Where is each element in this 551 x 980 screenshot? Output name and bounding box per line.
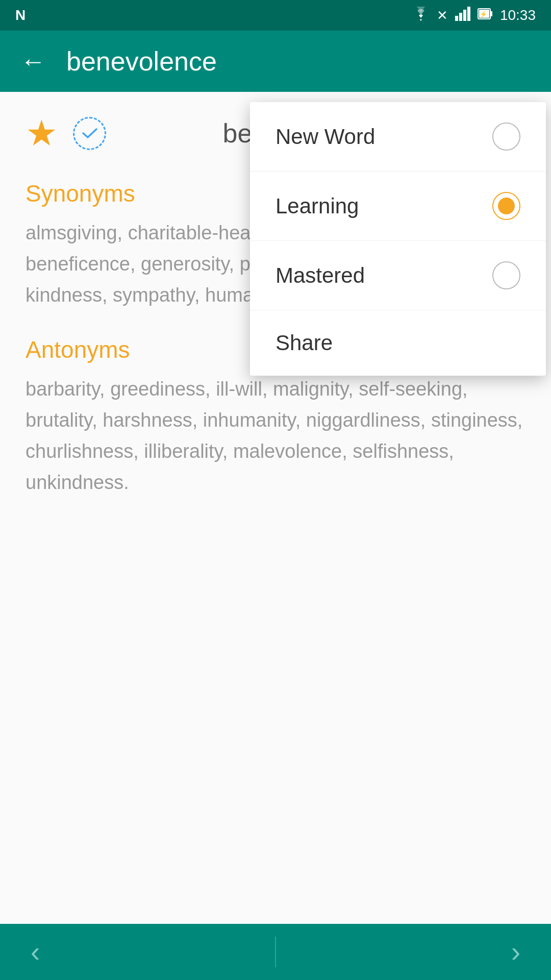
- svg-rect-1: [459, 13, 462, 21]
- share-label: Share: [276, 331, 333, 355]
- app-logo: N: [15, 7, 26, 23]
- dropdown-item-share[interactable]: Share: [250, 310, 546, 376]
- svg-rect-0: [455, 16, 458, 21]
- svg-text:⚡: ⚡: [480, 10, 487, 18]
- svg-rect-3: [467, 7, 470, 21]
- prev-button[interactable]: ‹: [31, 936, 40, 968]
- back-button[interactable]: ←: [20, 46, 46, 76]
- signal-cross-icon: ✕: [437, 8, 448, 23]
- learning-radio-inner: [498, 198, 515, 214]
- dropdown-menu: New Word Learning Mastered Share: [250, 102, 546, 376]
- wifi-icon: [412, 7, 430, 24]
- dropdown-item-new-word[interactable]: New Word: [250, 102, 546, 172]
- bottom-nav: ‹ ›: [0, 924, 551, 980]
- learning-label: Learning: [276, 194, 359, 218]
- status-bar: N ✕: [0, 0, 551, 31]
- app-bar-title: benevolence: [66, 46, 217, 77]
- nav-divider: [275, 937, 276, 967]
- main-content: ★ benevolence ⋮ New Word Learning: [0, 92, 551, 924]
- status-time: 10:33: [500, 7, 536, 23]
- svg-rect-2: [463, 10, 466, 21]
- signal-icon: [455, 7, 470, 24]
- new-word-radio[interactable]: [492, 122, 520, 151]
- dropdown-item-mastered[interactable]: Mastered: [250, 241, 546, 310]
- app-bar: ← benevolence: [0, 31, 551, 92]
- next-button[interactable]: ›: [511, 936, 520, 968]
- battery-icon: ⚡: [478, 7, 493, 24]
- mastered-label: Mastered: [276, 263, 365, 288]
- status-bar-left: N: [15, 7, 26, 23]
- dropdown-item-learning[interactable]: Learning: [250, 172, 546, 241]
- dropdown-overlay[interactable]: New Word Learning Mastered Share: [0, 92, 551, 924]
- learning-radio[interactable]: [492, 192, 520, 220]
- mastered-radio[interactable]: [492, 261, 520, 289]
- new-word-label: New Word: [276, 125, 375, 149]
- svg-rect-5: [490, 11, 492, 16]
- status-bar-right: ✕ ⚡ 10:33: [412, 7, 536, 24]
